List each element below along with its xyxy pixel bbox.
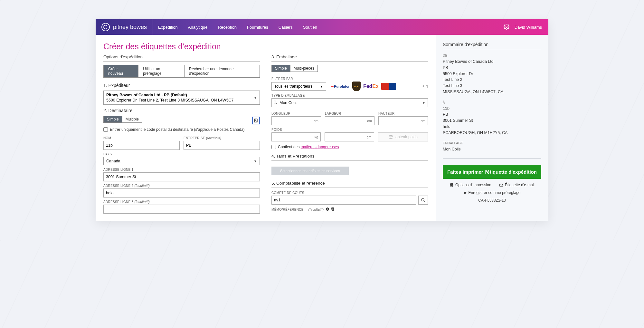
tracking-number: CA-HJJ33Z2-10: [443, 198, 541, 203]
more-carriers-link[interactable]: + 4: [422, 84, 428, 89]
nom-input[interactable]: [103, 141, 180, 150]
chevron-down-icon: ▼: [254, 96, 257, 100]
addr3-label: ADRESSE LIGNE 3 (facultatif): [103, 200, 260, 204]
address-book-icon[interactable]: [252, 117, 260, 124]
carrier-logos: Purolator ups FedEx: [331, 82, 396, 91]
carrier-filter-select[interactable]: Tous les transporteurs ▼: [271, 82, 326, 91]
cost-account-label: COMPTE DE COÛTS: [271, 191, 428, 195]
filter-label: FILTRER PAR: [271, 77, 428, 81]
tab-search-request[interactable]: Rechercher une demande d'expédition: [185, 65, 260, 77]
hazmat-checkbox-row[interactable]: Contient des matières dangereuses: [271, 145, 428, 149]
sender-step-title: 1. Expéditeur: [103, 83, 260, 88]
pkg-type-label: TYPE D'EMBALLAGE: [271, 94, 428, 97]
svg-text:i: i: [327, 208, 328, 210]
scale-icon: [388, 134, 393, 140]
rates-step-title: 4. Tarifs et Prestations: [271, 154, 428, 161]
cost-account-input[interactable]: [271, 196, 416, 205]
packaging-tab-multi[interactable]: Multi-pièces: [290, 65, 317, 72]
page-title: Créer des étiquettes d'expédition: [103, 42, 428, 51]
main-nav: Expédition Analytique Réception Fournitu…: [153, 19, 322, 35]
chevron-down-icon: ▼: [422, 101, 425, 105]
ups-logo: ups: [352, 82, 361, 91]
cost-account-search-button[interactable]: [418, 196, 428, 205]
packaging-step-title: 3. Emballage: [271, 54, 428, 62]
nav-fournitures[interactable]: Fournitures: [242, 19, 273, 35]
addr3-input[interactable]: [103, 205, 260, 214]
tab-create-new[interactable]: Créer nouveau: [104, 65, 138, 77]
nav-reception[interactable]: Réception: [213, 19, 242, 35]
brand-name: pitney bowes: [113, 24, 147, 31]
svg-point-4: [421, 198, 424, 201]
recipient-tab-simple[interactable]: Simple: [104, 116, 122, 122]
recipient-tab-multiple[interactable]: Multiple: [122, 116, 142, 122]
addr2-input[interactable]: [103, 188, 260, 198]
postal-only-label: Entrer uniquement le code postal du dest…: [110, 127, 245, 132]
info-icon[interactable]: i: [326, 207, 329, 212]
hazmat-link[interactable]: matières dangereuses: [301, 145, 339, 149]
packaging-tab-simple[interactable]: Simple: [272, 65, 290, 72]
brand-section: pitney bowes: [96, 19, 153, 35]
pkg-type-input[interactable]: [271, 98, 428, 107]
mode-tabs: Créer nouveau Utiliser un préréglage Rec…: [103, 65, 260, 78]
print-icon[interactable]: [331, 207, 335, 212]
print-icon: [450, 183, 454, 187]
logo-icon: [101, 23, 110, 31]
nav-expedition[interactable]: Expédition: [153, 19, 183, 35]
search-icon: [273, 101, 277, 105]
svg-point-0: [506, 26, 507, 27]
addr1-input[interactable]: [103, 172, 260, 181]
sender-line1: Pitney Bowes of Canada Ltd - PB (Default…: [106, 93, 252, 97]
to-address: 11b PB 3001 Summer St helo SCARBOROUGH, …: [443, 106, 541, 136]
packaging-mode-tabs: Simple Multi-pièces: [271, 65, 318, 72]
sender-line2: 5500 Explorer Dr, Test Line 2, Test Line…: [106, 98, 252, 102]
user-name[interactable]: David Williams: [515, 25, 542, 30]
weight-kg-input[interactable]: [271, 132, 321, 141]
pkg-value: Mon Colis: [443, 146, 461, 152]
purolator-logo: Purolator: [331, 83, 350, 90]
summary-title: Sommaire d'expédition: [443, 42, 541, 49]
nav-soutien[interactable]: Soutien: [298, 19, 322, 35]
gear-icon[interactable]: [504, 24, 509, 31]
postal-only-checkbox[interactable]: [103, 127, 108, 132]
rates-select-button[interactable]: Sélectionner les tarifs et les services: [271, 167, 349, 175]
accounting-step-title: 5. Comptabilité et référence: [271, 181, 428, 188]
nav-casiers[interactable]: Casiers: [273, 19, 298, 35]
pays-select[interactable]: Canada ▼: [103, 157, 260, 165]
print-label-button[interactable]: Faites imprimer l'étiquette d'expédition: [443, 165, 541, 179]
from-address: Pitney Bowes of Canada Ltd PB 5500 Explo…: [443, 59, 541, 95]
recipient-step-title: 2. Destinataire: [103, 108, 260, 113]
hauteur-label: HAUTEUR: [378, 112, 428, 115]
summary-panel: Sommaire d'expédition DE Pitney Bowes of…: [436, 35, 548, 221]
postal-only-checkbox-row[interactable]: Entrer uniquement le code postal du dest…: [103, 127, 260, 132]
memo-label: MÉMO/RÉFÉRENCE (facultatif) i: [271, 207, 428, 212]
email-icon: [499, 183, 503, 187]
recipient-mode-tabs: Simple Multiple: [103, 116, 142, 123]
hazmat-checkbox[interactable]: [271, 145, 276, 149]
star-icon: ★: [463, 190, 467, 195]
longueur-label: LONGUEUR: [271, 112, 321, 115]
get-weight-button[interactable]: obtenir poids: [378, 132, 428, 141]
from-label: DE: [443, 54, 541, 57]
to-label: À: [443, 101, 541, 104]
entreprise-label: ENTREPRISE (facultatif): [184, 136, 260, 140]
pkg-type-select[interactable]: ▼: [271, 98, 428, 107]
fedex-logo: FedEx: [363, 83, 379, 90]
entreprise-input[interactable]: [184, 141, 260, 150]
pays-label: PAYS: [103, 152, 260, 156]
tab-use-preset[interactable]: Utiliser un préréglage: [138, 65, 185, 77]
sender-select[interactable]: Pitney Bowes of Canada Ltd - PB (Default…: [103, 91, 260, 105]
svg-point-2: [255, 120, 256, 121]
options-label: Options d'expédition: [103, 54, 260, 62]
nav-analytique[interactable]: Analytique: [183, 19, 213, 35]
print-options-link[interactable]: Options d'impression: [450, 183, 491, 187]
main-panel: Créer des étiquettes d'expédition Option…: [96, 35, 436, 221]
chevron-down-icon: ▼: [320, 85, 323, 88]
chevron-down-icon: ▼: [254, 159, 257, 163]
email-label-link[interactable]: Étiquette d'e-mail: [499, 183, 535, 187]
save-preset-link[interactable]: ★Enregistrer comme préréglage: [443, 190, 541, 195]
addr1-label: ADRESSE LIGNE 1: [103, 168, 260, 171]
largeur-label: LARGEUR: [325, 112, 374, 115]
addr2-label: ADRESSE LIGNE 2 (facultatif): [103, 184, 260, 188]
svg-point-3: [274, 101, 276, 103]
topbar: pitney bowes Expédition Analytique Récep…: [96, 19, 548, 35]
